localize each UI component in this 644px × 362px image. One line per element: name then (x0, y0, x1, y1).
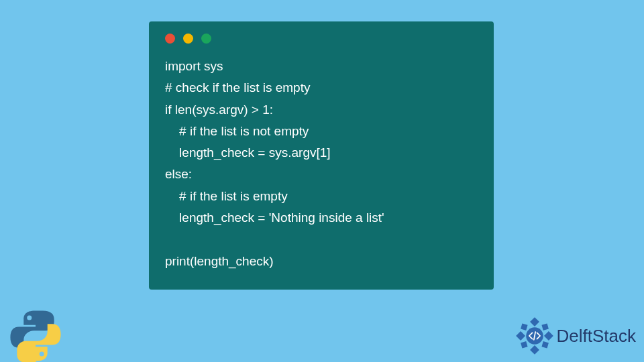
brand-name: DelftStack (557, 326, 637, 347)
svg-marker-7 (541, 341, 548, 348)
svg-marker-4 (521, 323, 527, 330)
code-window: import sys # check if the list is empty … (149, 21, 494, 290)
brand-container: DelftStack (515, 316, 637, 355)
maximize-dot-icon (201, 34, 211, 44)
svg-marker-5 (541, 323, 548, 330)
minimize-dot-icon (183, 34, 193, 44)
code-content: import sys # check if the list is empty … (165, 56, 478, 272)
python-logo-icon (9, 310, 62, 362)
svg-marker-3 (543, 331, 553, 341)
svg-marker-2 (516, 331, 525, 341)
svg-marker-1 (530, 345, 539, 355)
close-dot-icon (165, 34, 175, 44)
svg-marker-6 (521, 341, 527, 348)
delftstack-logo-icon (515, 316, 554, 355)
svg-marker-0 (530, 317, 539, 326)
window-controls (165, 34, 478, 44)
